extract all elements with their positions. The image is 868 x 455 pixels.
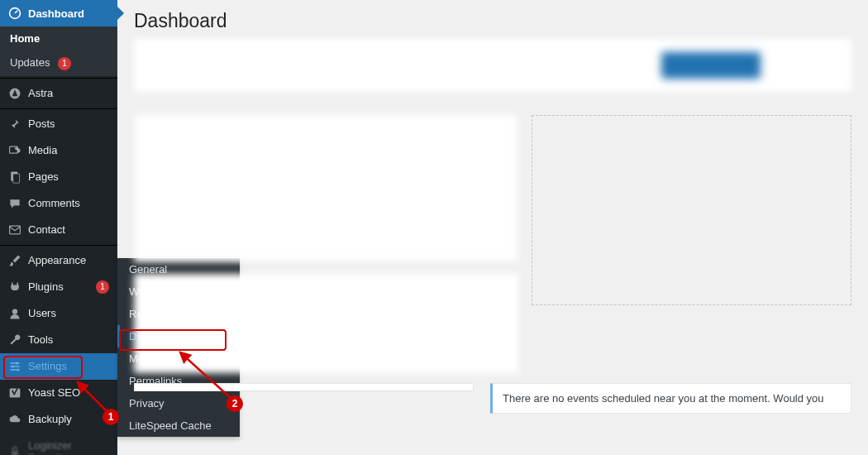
separator [0, 108, 117, 109]
pages-icon [8, 170, 21, 184]
sidebar-item-settings[interactable]: Settings [0, 353, 117, 380]
sidebar-item-label: Astra [28, 87, 109, 99]
sidebar-item-contact[interactable]: Contact [0, 217, 117, 243]
svg-point-8 [16, 362, 18, 364]
blurred-panel [134, 274, 518, 373]
main-content: Dashboard There are no events [117, 0, 868, 455]
sidebar-item-dashboard[interactable]: Dashboard [0, 0, 117, 26]
sidebar-item-loginizer[interactable]: Loginizer Security [0, 433, 117, 456]
sidebar-item-label: Comments [28, 197, 109, 209]
plug-icon [8, 280, 21, 294]
sidebar-item-label: Settings [28, 360, 109, 372]
sidebar-item-label: Contact [28, 223, 109, 236]
admin-sidebar: Dashboard Home Updates 1 Astra Posts [0, 0, 117, 455]
media-icon [8, 144, 21, 157]
separator [0, 78, 117, 79]
astra-icon [8, 87, 21, 100]
sidebar-item-label: Yoast SEO [28, 386, 109, 399]
pin-icon [8, 117, 21, 131]
update-count-badge: 1 [58, 57, 71, 70]
sidebar-item-media[interactable]: Media [0, 137, 117, 164]
sidebar-item-label: Dashboard [28, 7, 109, 20]
sidebar-item-label: Updates [10, 56, 50, 69]
sidebar-item-posts[interactable]: Posts [0, 111, 117, 137]
sidebar-item-label: Pages [28, 170, 109, 183]
sidebar-item-backuply[interactable]: Backuply [0, 406, 117, 433]
welcome-panel [134, 113, 518, 262]
blurred-button [661, 52, 761, 79]
sidebar-subitem-updates[interactable]: Updates 1 [0, 50, 117, 76]
svg-point-9 [12, 365, 14, 367]
svg-point-10 [17, 368, 19, 371]
comments-icon [8, 197, 21, 210]
cloud-icon [8, 413, 21, 426]
notice-banner [134, 39, 851, 92]
dashboard-icon [8, 7, 21, 20]
plugin-count-badge: 1 [96, 280, 109, 294]
separator [0, 245, 117, 246]
wrench-icon [8, 333, 21, 347]
widget-left [134, 383, 474, 391]
sidebar-submenu-dashboard: Home Updates 1 [0, 26, 117, 76]
empty-widget-dropzone [532, 115, 851, 305]
sidebar-item-pages[interactable]: Pages [0, 164, 117, 190]
sidebar-item-users[interactable]: Users [0, 300, 117, 327]
sidebar-item-tools[interactable]: Tools [0, 327, 117, 353]
sidebar-item-label: Posts [28, 117, 109, 130]
sidebar-item-appearance[interactable]: Appearance [0, 247, 117, 274]
sidebar-subitem-home[interactable]: Home [0, 26, 117, 50]
sidebar-item-label: Plugins [28, 280, 91, 293]
svg-rect-6 [10, 226, 21, 234]
sidebar-item-label: Appearance [28, 254, 109, 266]
user-icon [8, 307, 21, 320]
sidebar-item-yoast[interactable]: Yoast SEO [0, 380, 117, 406]
sliders-icon [8, 360, 21, 373]
page-title: Dashboard [134, 0, 851, 39]
envelope-icon [8, 223, 21, 237]
svg-rect-5 [13, 174, 20, 183]
svg-point-7 [12, 309, 17, 314]
svg-rect-12 [12, 451, 18, 455]
sidebar-item-astra[interactable]: Astra [0, 80, 117, 107]
sidebar-item-label: Tools [28, 333, 109, 346]
events-widget: There are no events scheduled near you a… [490, 383, 851, 414]
yoast-icon [8, 386, 21, 400]
events-widget-text: There are no events scheduled near you a… [503, 392, 824, 405]
sidebar-item-comments[interactable]: Comments [0, 190, 117, 217]
sidebar-item-plugins[interactable]: Plugins 1 [0, 274, 117, 300]
sidebar-item-label: Backuply [28, 413, 109, 425]
sidebar-item-label: Users [28, 307, 109, 319]
brush-icon [8, 254, 21, 267]
lock-icon [8, 445, 21, 456]
svg-point-3 [15, 147, 17, 150]
sidebar-item-label: Loginizer Security [28, 439, 109, 456]
sidebar-item-label: Media [28, 144, 109, 156]
